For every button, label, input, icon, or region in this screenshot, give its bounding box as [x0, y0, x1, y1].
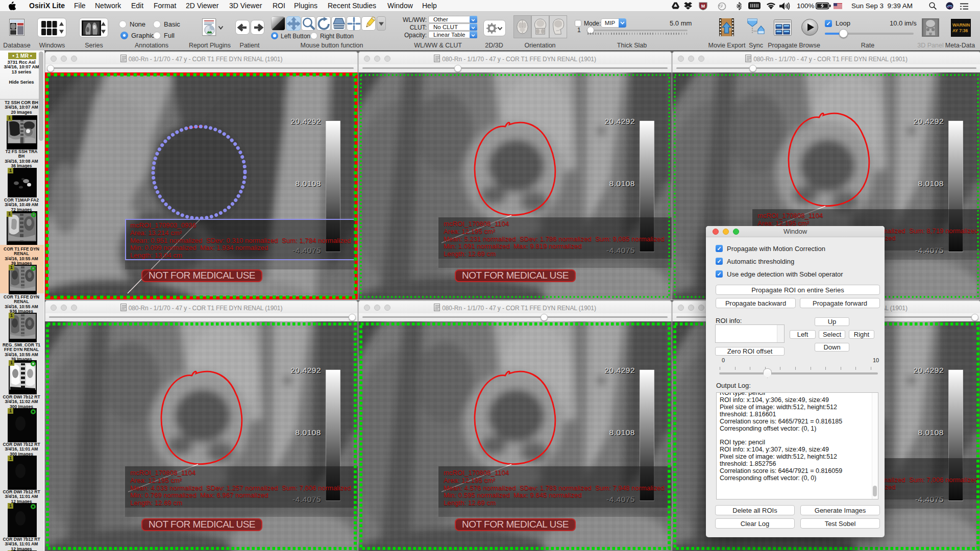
svg-text:M: M: [701, 4, 705, 9]
